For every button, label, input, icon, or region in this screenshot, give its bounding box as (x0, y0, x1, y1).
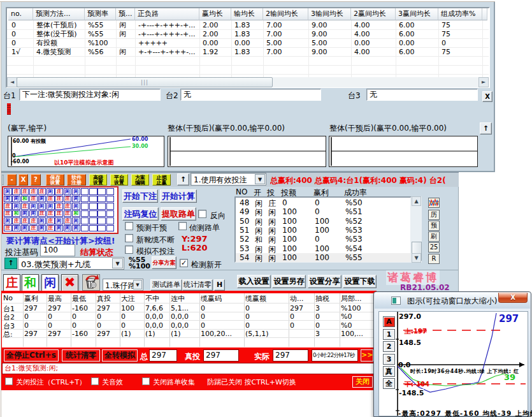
plan-combo-dropdown-icon[interactable]: ▼ (112, 258, 123, 268)
bead-cell[interactable]: 庄 (64, 217, 72, 224)
help-button[interactable]: ? (31, 174, 41, 186)
save-settings-button[interactable]: 保存 设置 (46, 174, 64, 186)
zhuang-button[interactable]: 庄 (3, 274, 20, 291)
column-header-2[interactable]: 预测率 (85, 8, 116, 20)
table3-next-bet-input[interactable]: 无 (366, 89, 478, 101)
hscroll-right-arrow-icon[interactable]: ► (478, 77, 489, 87)
bead-cell[interactable]: 庄 (21, 203, 29, 210)
trash-recycle-button[interactable] (82, 274, 100, 291)
bead-cell[interactable] (106, 210, 115, 217)
vscroll-up-arrow-icon[interactable]: ▲ (412, 196, 421, 206)
settings-share-button[interactable]: 设置分享 (308, 275, 341, 288)
side-button-历[interactable]: 历 (428, 210, 440, 220)
stop-all-button[interactable]: 全停止Ctrl+s (4, 349, 59, 362)
bead-cell[interactable]: 闲 (4, 188, 12, 195)
bead-cell[interactable]: 闲 (38, 217, 47, 224)
bead-cell[interactable]: 闲 (4, 196, 12, 203)
bet-mode-select[interactable]: 1.使用有效投注 ▼ (191, 173, 266, 186)
test-road-button[interactable]: 测试路单 (150, 279, 182, 291)
hscroll-thumb[interactable]: ||| (17, 77, 273, 87)
road-combo-dropdown-icon[interactable]: ▼ (133, 280, 142, 289)
combo-dropdown-icon[interactable]: ▼ (255, 174, 265, 184)
bead-cell[interactable]: 庄 (47, 225, 55, 232)
bead-cell[interactable]: 闲 (47, 203, 55, 210)
bead-cell[interactable]: 庄 (47, 210, 55, 217)
bead-cell[interactable]: 庄 (55, 196, 63, 203)
column-header-8[interactable]: 3输间均长 (308, 8, 351, 20)
bead-cell[interactable]: 庄 (64, 210, 72, 217)
bead-cell[interactable]: 庄 (4, 225, 12, 232)
bead-cell[interactable] (97, 188, 106, 195)
bet-base-input[interactable]: 100 (40, 244, 75, 256)
rounds-row[interactable]: 51闲闲100100%53 (236, 226, 410, 235)
bead-cell[interactable]: 庄 (12, 188, 20, 195)
rounds-row[interactable]: 49闲闲1000%51 (236, 207, 410, 216)
rounds-table-scrollbar[interactable]: ▲ ▼ (412, 196, 422, 263)
fw-button-A[interactable]: A (383, 316, 395, 327)
bead-cell[interactable] (81, 188, 89, 195)
table1-next-bet-input[interactable]: 下一注:微笑预测投注对象:闲 (19, 89, 161, 101)
settings-save-as-button[interactable]: 设置另存 (272, 275, 306, 288)
fw-button-全[interactable]: 全 (383, 378, 395, 389)
side-button-刷[interactable]: 刷 (428, 231, 440, 242)
bead-cell[interactable]: 闲 (55, 217, 63, 224)
close-bottom-button[interactable]: 关闭 (352, 376, 373, 388)
bead-cell[interactable]: 庄 (29, 196, 38, 203)
column-header-9[interactable]: 2赢间均长 (351, 8, 396, 20)
toolbar-up-button[interactable]: ↑ (177, 173, 189, 186)
bead-cell[interactable]: 闲 (12, 196, 20, 203)
prediction-methods-table[interactable]: no.预测方法...预测率预...正负路赢均长输均长2输间均长3输间均长2赢间均… (6, 7, 490, 88)
bead-cell[interactable]: 庄 (47, 196, 55, 203)
bead-cell[interactable]: 庄 (55, 203, 63, 210)
bead-cell[interactable] (81, 203, 89, 210)
fw-button-2[interactable]: 2 (383, 341, 395, 352)
bead-cell[interactable]: 庄 (64, 196, 72, 203)
bead-cell[interactable]: 庄 (55, 210, 63, 217)
rounds-row[interactable]: 53闲闲100100%54 (236, 244, 410, 253)
rounds-row[interactable]: 52和闲1000%53 (236, 235, 410, 244)
bead-cell[interactable]: 庄 (38, 210, 47, 217)
bead-cell[interactable]: 闲 (72, 217, 80, 224)
bead-cell[interactable]: 闲 (12, 225, 20, 232)
bead-cell[interactable] (97, 196, 106, 203)
fw-button-1[interactable]: 1 (383, 329, 395, 340)
start-calc-button[interactable]: 开始计算 (160, 189, 197, 203)
bead-cell[interactable]: 庄 (4, 203, 12, 210)
drag-grip-icon[interactable] (7, 103, 11, 117)
bead-cell[interactable] (106, 217, 115, 224)
bead-cell[interactable]: 闲 (72, 203, 80, 210)
tables-close-button[interactable]: X (482, 91, 492, 102)
rounds-row[interactable]: 48闲庄00%50 (236, 198, 410, 207)
he-button[interactable]: 和 (22, 274, 39, 291)
real-bet-input[interactable]: 297 (203, 349, 239, 362)
xian-button[interactable]: 闲 (41, 274, 59, 291)
bead-cell[interactable]: 庄 (55, 188, 63, 195)
fw-button-真[interactable]: 真 (383, 366, 395, 377)
more-button[interactable]: >> (361, 349, 373, 362)
bead-cell[interactable] (106, 196, 115, 203)
sim-nobet-checkbox[interactable] (125, 245, 133, 254)
detect-road-checkbox[interactable] (178, 222, 187, 230)
bead-cell[interactable] (89, 196, 97, 203)
close-road-collect-checkbox[interactable] (142, 377, 150, 385)
side-button-25[interactable]: 25 (428, 242, 440, 252)
prediction-table-hscrollbar[interactable]: ◄ ||| ► (7, 77, 489, 87)
bead-cell[interactable]: 闲 (38, 203, 47, 210)
bead-cell[interactable]: 闲 (72, 188, 80, 195)
bead-road-grid[interactable]: 闲庄庄庄庄闲庄闲闲闲闲和庄闲庄庄庄闲庄闲庄闲闲闲庄庄闲庄和闲闲庄庄庄庄和闲庄庄庄… (2, 186, 119, 234)
bead-cell[interactable]: 闲 (38, 225, 47, 232)
bead-cell[interactable]: 闲 (47, 188, 55, 195)
bead-cell[interactable]: 闲 (12, 203, 20, 210)
bead-cell[interactable]: 庄 (21, 188, 29, 195)
rounds-row[interactable]: 50闲闲100100%52 (236, 217, 410, 226)
bead-cell[interactable]: 庄 (47, 217, 55, 224)
float-window-close-button[interactable]: X (498, 293, 528, 303)
bead-cell[interactable]: 闲 (72, 196, 80, 203)
bead-cell[interactable]: 和 (72, 210, 80, 217)
bead-cell[interactable] (106, 203, 115, 210)
bead-cell[interactable]: 庄 (64, 203, 72, 210)
bead-cell[interactable]: 和 (21, 196, 29, 203)
fw-button-3[interactable]: 3 (383, 354, 395, 365)
stop-loss-win-button[interactable]: 止损 止赢 (152, 174, 171, 186)
zigzag-chart-icon-button[interactable] (428, 198, 440, 208)
